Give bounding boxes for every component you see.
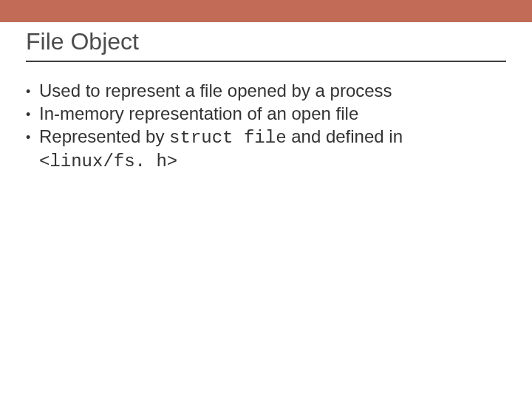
bullet-text-segment: and defined in: [287, 126, 403, 146]
bullet-dot-icon: •: [26, 80, 39, 103]
list-item: • In-memory representation of an open fi…: [26, 103, 488, 126]
slide-title: File Object: [26, 28, 506, 55]
accent-bar: [0, 0, 532, 22]
code-literal: struct file: [169, 128, 286, 148]
bullet-text: Represented by struct file and defined i…: [39, 126, 488, 173]
title-underline: [26, 61, 506, 62]
code-literal: <linux/fs. h>: [39, 151, 177, 171]
bullet-dot-icon: •: [26, 126, 39, 149]
bullet-text-segment: Represented by: [39, 126, 169, 146]
list-item: • Used to represent a file opened by a p…: [26, 80, 488, 103]
bullet-list: • Used to represent a file opened by a p…: [26, 80, 488, 173]
bullet-text: In-memory representation of an open file: [39, 103, 488, 125]
list-item: • Represented by struct file and defined…: [26, 126, 488, 173]
slide: File Object • Used to represent a file o…: [0, 0, 532, 399]
bullet-text: Used to represent a file opened by a pro…: [39, 80, 488, 102]
bullet-dot-icon: •: [26, 103, 39, 126]
